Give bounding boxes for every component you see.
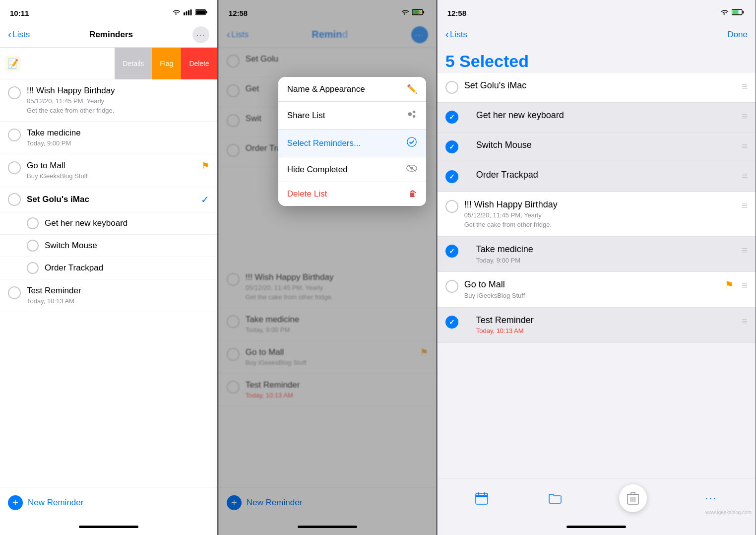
screen1: 10:11 ‹ Lists Reminders ··· — [0, 0, 218, 535]
title-take-medicine: Take medicine — [27, 128, 209, 138]
circle-s3-order-trackpad[interactable] — [445, 170, 458, 183]
drag-icon-take-med: ≡ — [742, 245, 748, 256]
svg-rect-1 — [186, 11, 187, 15]
title-test: Test Reminder — [27, 285, 209, 296]
circle-switch-mouse[interactable] — [27, 240, 39, 252]
circle-take-medicine[interactable] — [8, 129, 21, 141]
circle-s3-wish-bday[interactable] — [445, 200, 458, 213]
back-to-lists-1[interactable]: ‹ Lists — [8, 28, 30, 41]
group-set-golu[interactable]: Set Golu's iMac ✓ — [0, 187, 217, 212]
check-circle-icon — [406, 136, 417, 150]
svg-rect-2 — [188, 10, 189, 16]
new-reminder-label-1[interactable]: New Reminder — [28, 498, 83, 508]
bottom-bar-3 — [438, 518, 756, 535]
details-button[interactable]: Details — [115, 48, 152, 79]
content-s3-switch-mouse: Switch Mouse — [464, 139, 738, 151]
circle-s3-set-golu[interactable] — [445, 81, 458, 94]
svg-point-14 — [407, 137, 416, 146]
context-hide-completed[interactable]: Hide Completed — [278, 157, 426, 182]
circle-go-mall[interactable] — [8, 161, 21, 174]
circle-test[interactable] — [8, 286, 21, 299]
title-s3-take-med: Take medicine — [476, 244, 738, 255]
title-wish-birthday: !!! Wish Happy Birthday — [27, 85, 209, 96]
circle-keyboard[interactable] — [27, 217, 39, 229]
s3-item-test[interactable]: Test Reminder Today, 10:13 AM ≡ — [438, 308, 756, 343]
toolbar-delete-button[interactable] — [619, 484, 647, 512]
svg-rect-23 — [478, 492, 479, 495]
context-name-appearance[interactable]: Name & Appearance ✏️ — [278, 77, 426, 102]
context-delete-list[interactable]: Delete List 🗑 — [278, 182, 426, 206]
sub-item-keyboard[interactable]: Get her new keyboard — [0, 212, 217, 235]
subtitle-go-mall: Buy iGeeksBlog Stuff — [27, 172, 197, 181]
reminder-wish-birthday[interactable]: !!! Wish Happy Birthday 05/12/20, 11:45 … — [0, 79, 217, 122]
drag-icon-wish-bday: ≡ — [742, 200, 748, 211]
lists-label-3[interactable]: Lists — [450, 30, 467, 40]
lists-label-1[interactable]: Lists — [12, 30, 30, 40]
bottom-bar-1 — [0, 518, 217, 535]
svg-rect-21 — [476, 493, 488, 504]
context-select-label: Select Reminders... — [287, 138, 361, 148]
signal-icon — [184, 8, 192, 17]
circle-s3-go-mall[interactable] — [445, 280, 458, 293]
title-s3-switch-mouse: Switch Mouse — [476, 139, 738, 151]
battery-icon — [195, 8, 207, 17]
svg-line-17 — [407, 165, 416, 172]
toolbar-calendar-icon[interactable] — [473, 489, 491, 507]
toolbar-folder-icon[interactable] — [546, 489, 564, 507]
context-menu: Name & Appearance ✏️ Share List Select R… — [278, 77, 426, 206]
circle-set-golu[interactable] — [8, 193, 21, 206]
s3-item-switch-mouse[interactable]: Switch Mouse ≡ — [438, 133, 756, 162]
s3-item-go-mall[interactable]: Go to Mall Buy iGeeksBlog Stuff ⚑ ≡ — [438, 272, 756, 307]
circle-s3-take-med[interactable] — [445, 245, 458, 258]
flag-button[interactable]: Flag — [152, 48, 181, 79]
reminder-take-medicine[interactable]: Take medicine Today, 9:00 PM — [0, 122, 217, 154]
status-icons-3 — [721, 8, 746, 17]
more-button-1[interactable]: ··· — [192, 26, 209, 43]
circle-s3-test[interactable] — [445, 316, 458, 329]
drag-icon-switch-mouse: ≡ — [742, 140, 748, 152]
s3-item-wish-bday[interactable]: !!! Wish Happy Birthday 05/12/20, 11:45 … — [438, 192, 756, 237]
title-s3-set-golu: Set Golu's iMac — [464, 80, 738, 91]
circle-order-trackpad[interactable] — [27, 262, 39, 274]
content-test: Test Reminder Today, 10:13 AM — [27, 285, 209, 306]
circle-wish-birthday[interactable] — [8, 86, 21, 99]
new-reminder-1[interactable]: + New Reminder — [0, 487, 217, 518]
sub-s3-take-med: Today, 9:00 PM — [476, 257, 738, 265]
home-indicator-1 — [79, 526, 138, 528]
pencil-icon: ✏️ — [407, 84, 417, 94]
s3-item-take-med[interactable]: Take medicine Today, 9:00 PM ≡ — [438, 237, 756, 272]
done-button[interactable]: Done — [727, 30, 748, 40]
chevron-left-icon: ‹ — [8, 28, 11, 41]
content-take-medicine: Take medicine Today, 9:00 PM — [27, 128, 209, 148]
status-bar-1: 10:11 — [0, 0, 217, 22]
drag-icon-order-trackpad: ≡ — [742, 170, 748, 182]
svg-rect-0 — [184, 12, 185, 15]
reminder-go-mall[interactable]: Go to Mall Buy iGeeksBlog Stuff ⚑ — [0, 154, 217, 187]
subtitle-test: Today, 10:13 AM — [27, 297, 209, 306]
circle-s3-keyboard[interactable] — [445, 111, 458, 124]
delete-button[interactable]: Delete — [181, 48, 217, 79]
s3-item-order-trackpad[interactable]: Order Trackpad ≡ — [438, 162, 756, 192]
back-to-lists-3[interactable]: ‹ Lists — [445, 28, 467, 41]
circle-s3-switch-mouse[interactable] — [445, 140, 458, 153]
content-s3-test: Test Reminder Today, 10:13 AM — [464, 315, 738, 335]
context-share-list[interactable]: Share List — [278, 102, 426, 130]
s3-item-set-golu[interactable]: Set Golu's iMac ≡ — [438, 73, 756, 103]
svg-rect-20 — [743, 11, 744, 13]
content-s3-order-trackpad: Order Trackpad — [464, 169, 738, 181]
flag-icon-go-mall: ⚑ — [201, 160, 209, 171]
context-name-label: Name & Appearance — [287, 84, 365, 94]
sub-item-switch-mouse[interactable]: Switch Mouse — [0, 235, 217, 257]
chevron-icon-set-golu[interactable]: ✓ — [201, 194, 209, 205]
title-set-golu: Set Golu's iMac — [27, 195, 201, 204]
toolbar-more-icon[interactable]: ··· — [702, 489, 720, 507]
sub-item-order-trackpad[interactable]: Order Trackpad — [0, 257, 217, 279]
title-s3-order-trackpad: Order Trackpad — [476, 169, 738, 181]
reminder-test[interactable]: Test Reminder Today, 10:13 AM — [0, 279, 217, 312]
s3-item-keyboard[interactable]: Get her new keyboard ≡ — [438, 103, 756, 133]
content-s3-go-mall: Go to Mall Buy iGeeksBlog Stuff — [464, 279, 725, 300]
sub-s3-test: Today, 10:13 AM — [476, 327, 738, 335]
subtitle-take-medicine: Today, 9:00 PM — [27, 139, 209, 148]
toolbar-ellipsis-icon: ··· — [705, 492, 717, 505]
context-select-reminders[interactable]: Select Reminders... — [278, 130, 426, 157]
